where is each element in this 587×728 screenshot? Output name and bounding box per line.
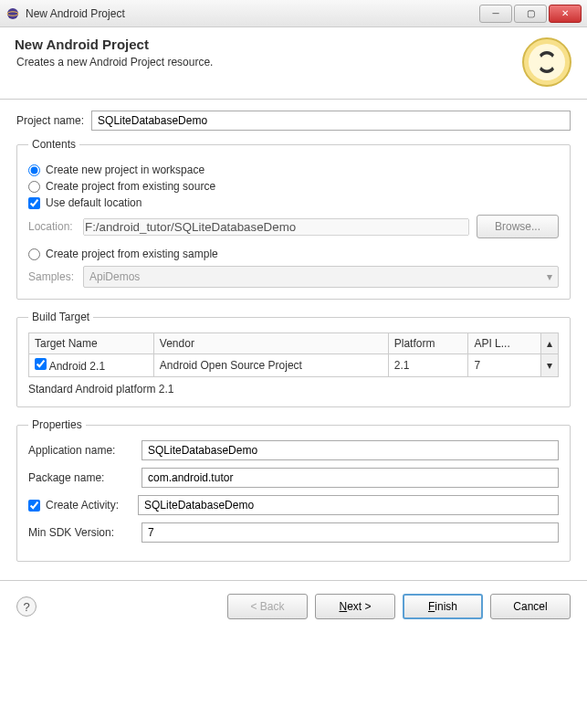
col-platform[interactable]: Platform [388, 333, 468, 354]
build-target-note: Standard Android platform 2.1 [28, 383, 559, 396]
cancel-button[interactable]: Cancel [490, 594, 571, 619]
use-default-checkbox[interactable] [28, 197, 40, 209]
create-activity-row: Create Activity: [28, 495, 559, 515]
create-activity-checkbox[interactable] [28, 500, 40, 512]
opt-existing-source[interactable]: Create project from existing source [28, 180, 559, 193]
properties-legend: Properties [28, 418, 86, 431]
contents-group: Contents Create new project in workspace… [16, 138, 571, 300]
opt-new-workspace-radio[interactable] [28, 164, 40, 176]
opt-existing-source-label: Create project from existing source [46, 180, 215, 193]
opt-new-workspace[interactable]: Create new project in workspace [28, 164, 559, 176]
col-api[interactable]: API L... [468, 333, 541, 354]
min-sdk-label: Min SDK Version: [28, 526, 134, 539]
help-icon: ? [23, 600, 29, 614]
target-platform: 2.1 [388, 354, 468, 377]
next-button[interactable]: Next > [315, 594, 395, 619]
project-name-row: Project name: [16, 111, 571, 131]
opt-use-default[interactable]: Use default location [28, 196, 559, 209]
wizard-footer: ? < Back Next > Finish Cancel [0, 580, 587, 632]
package-name-input[interactable] [142, 468, 559, 488]
build-target-group: Build Target Target Name Vendor Platform… [16, 311, 571, 407]
build-target-legend: Build Target [28, 311, 93, 323]
back-button: < Back [227, 594, 308, 619]
properties-group: Properties Application name: Package nam… [16, 418, 571, 562]
samples-select: ApiDemos ▾ [83, 266, 559, 288]
target-name: Android 2.1 [49, 360, 105, 373]
samples-value: ApiDemos [89, 270, 140, 283]
target-vendor: Android Open Source Project [153, 354, 388, 377]
contents-legend: Contents [28, 138, 79, 151]
create-activity-input[interactable] [138, 495, 559, 515]
samples-row: Samples: ApiDemos ▾ [28, 266, 559, 288]
application-name-label: Application name: [28, 444, 134, 457]
maximize-button[interactable]: ▢ [514, 5, 547, 23]
col-target[interactable]: Target Name [29, 333, 154, 354]
opt-existing-sample[interactable]: Create project from existing sample [28, 248, 559, 260]
eclipse-icon [5, 6, 20, 21]
create-activity-label: Create Activity: [46, 499, 119, 512]
opt-existing-source-radio[interactable] [28, 181, 40, 193]
help-button[interactable]: ? [16, 596, 37, 617]
svg-point-0 [7, 8, 18, 19]
wizard-header: New Android Project Creates a new Androi… [0, 27, 587, 100]
opt-new-workspace-label: Create new project in workspace [46, 164, 204, 176]
browse-button: Browse... [477, 215, 559, 238]
application-name-input[interactable] [142, 440, 559, 460]
target-api: 7 [468, 354, 541, 377]
min-sdk-row: Min SDK Version: [28, 522, 559, 543]
package-name-row: Package name: [28, 468, 559, 488]
opt-existing-sample-label: Create project from existing sample [46, 248, 218, 260]
finish-button[interactable]: Finish [403, 594, 483, 619]
svg-point-3 [529, 44, 565, 80]
location-input [83, 218, 469, 236]
min-sdk-input[interactable] [142, 522, 559, 543]
application-name-row: Application name: [28, 440, 559, 460]
window-controls: ─ ▢ ✕ [477, 5, 582, 23]
page-subtitle: Creates a new Android Project resource. [16, 56, 521, 69]
location-label: Location: [28, 220, 83, 233]
build-target-table: Target Name Vendor Platform API L... ▴ A… [28, 332, 559, 377]
package-name-label: Package name: [28, 471, 134, 484]
samples-label: Samples: [28, 270, 83, 283]
location-row: Location: Browse... [28, 215, 559, 238]
scroll-down-icon[interactable]: ▾ [541, 354, 559, 377]
window-title: New Android Project [26, 7, 477, 20]
page-title: New Android Project [15, 37, 521, 52]
close-button[interactable]: ✕ [549, 5, 582, 23]
project-name-label: Project name: [16, 114, 84, 127]
minimize-button[interactable]: ─ [479, 5, 512, 23]
table-header-row: Target Name Vendor Platform API L... ▴ [29, 333, 559, 354]
use-default-label: Use default location [46, 196, 142, 209]
scroll-up-icon[interactable]: ▴ [541, 333, 559, 354]
table-row[interactable]: Android 2.1 Android Open Source Project … [29, 354, 559, 377]
opt-existing-sample-radio[interactable] [28, 248, 40, 260]
android-badge-icon [521, 37, 572, 88]
window-titlebar: New Android Project ─ ▢ ✕ [0, 0, 587, 27]
col-vendor[interactable]: Vendor [153, 333, 388, 354]
target-checkbox[interactable] [35, 358, 47, 370]
chevron-down-icon: ▾ [547, 270, 552, 283]
project-name-input[interactable] [91, 111, 571, 131]
